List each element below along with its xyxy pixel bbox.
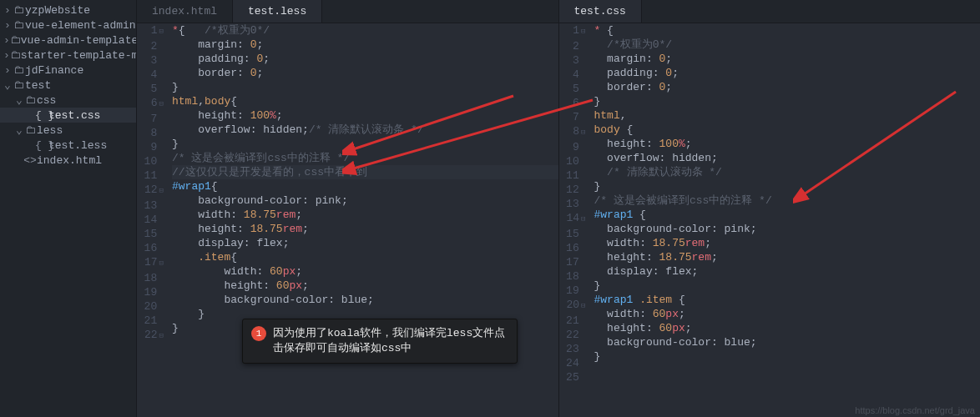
code-line[interactable]: /* 这是会被编译到css中的注释 */ [594, 193, 981, 208]
file-icon: <> [23, 154, 37, 167]
code-line[interactable]: } [594, 179, 981, 193]
code-line[interactable]: } [594, 94, 981, 108]
tree-item[interactable]: ›🗀jdFinance [0, 63, 136, 78]
code-line[interactable]: padding: 0; [594, 66, 981, 80]
tree-item-label: less [37, 124, 63, 137]
code-line[interactable]: margin: 0; [172, 38, 558, 52]
callout-text: 因为使用了koala软件，我们编译完less文件点击保存即可自动编译如css中 [273, 326, 508, 356]
tree-item-label: jdFinance [25, 64, 83, 77]
code-line[interactable]: .item{ [172, 250, 558, 264]
chevron-icon: › [3, 34, 10, 47]
code-line[interactable] [594, 364, 981, 378]
folder-icon: 🗀 [23, 124, 37, 137]
chevron-icon: ⌄ [15, 93, 23, 107]
watermark: https://blog.csdn.net/grd_java [855, 405, 975, 415]
tree-item-label: test.css [48, 109, 100, 122]
tree-item[interactable]: { }test.css [0, 108, 136, 123]
code-line[interactable]: } [594, 349, 981, 364]
code-line[interactable]: height: 100%; [594, 137, 981, 151]
code-line[interactable]: margin: 0; [594, 52, 981, 66]
code-line[interactable]: background-color: blue; [172, 293, 558, 307]
tabbar-right[interactable]: test.css [559, 0, 981, 23]
code-line[interactable]: height: 60px; [594, 321, 981, 335]
code-line[interactable]: height: 60px; [172, 279, 558, 293]
code-line[interactable]: padding: 0; [172, 52, 558, 66]
tab[interactable]: test.css [559, 0, 642, 23]
code-line[interactable]: /* 这是会被编译到css中的注释 */ [172, 151, 558, 165]
tree-item[interactable]: ›🗀vue-element-admin [0, 18, 136, 33]
code-line[interactable]: /*权重为0*/ [594, 38, 981, 52]
folder-icon: 🗀 [12, 79, 25, 92]
tree-item-label: index.html [37, 154, 102, 167]
file-tree[interactable]: ›🗀yzpWebsite›🗀vue-element-admin›🗀vue-adm… [0, 0, 137, 417]
tree-item[interactable]: ⌄🗀css [0, 93, 136, 108]
code-line[interactable]: } [594, 279, 981, 293]
folder-icon: 🗀 [12, 19, 25, 32]
code-line[interactable]: width: 60px; [594, 307, 981, 321]
folder-icon: 🗀 [10, 49, 21, 62]
tree-item[interactable]: ›🗀yzpWebsite [0, 3, 136, 18]
code-line[interactable]: height: 18.75rem; [594, 250, 981, 264]
code-area-right[interactable]: 1⊟2 3 4 5 6 7 8⊟9 10 11 12 13 14⊟15 16 1… [559, 23, 981, 417]
code-line[interactable]: width: 18.75rem; [594, 236, 981, 250]
code-line[interactable]: background-color: pink; [594, 222, 981, 236]
callout-badge: 1 [251, 326, 266, 341]
tab[interactable]: test.less [233, 0, 322, 23]
code-line[interactable]: //这仅仅只是开发是看的，css中看不到 [172, 165, 558, 179]
chevron-icon: ⌄ [3, 78, 12, 92]
code-line[interactable]: width: 18.75rem; [172, 208, 558, 222]
editor-right: test.css 1⊟2 3 4 5 6 7 8⊟9 10 11 12 13 1… [559, 0, 981, 417]
code-line[interactable]: display: flex; [594, 264, 981, 279]
folder-icon: 🗀 [23, 94, 37, 107]
code-line[interactable]: overflow: hidden; [594, 151, 981, 165]
chevron-icon: › [3, 4, 12, 17]
code-line[interactable]: #wrap1 { [594, 208, 981, 222]
file-icon: { } [35, 139, 48, 152]
code-line[interactable]: border: 0; [172, 66, 558, 80]
tree-item[interactable]: ›🗀vue-admin-template [0, 33, 136, 48]
tree-item-label: test [25, 79, 51, 92]
code-line[interactable]: } [172, 80, 558, 94]
tree-item-label: yzpWebsite [25, 4, 90, 17]
code-line[interactable]: #wrap1{ [172, 179, 558, 193]
chevron-icon: ⌄ [15, 123, 23, 137]
tree-item-label: vue-element-admin [25, 19, 136, 32]
tab[interactable]: index.html [137, 0, 233, 23]
code-line[interactable]: *{ /*权重为0*/ [172, 23, 558, 38]
tree-item[interactable]: <>index.html [0, 153, 136, 168]
annotation-callout: 1 因为使用了koala软件，我们编译完less文件点击保存即可自动编译如css… [242, 319, 518, 364]
chevron-icon: › [3, 19, 12, 32]
code-line[interactable]: } [172, 137, 558, 151]
code-line[interactable]: height: 100%; [172, 108, 558, 123]
tabbar-left[interactable]: index.htmltest.less [137, 0, 558, 23]
code-line[interactable]: height: 18.75rem; [172, 222, 558, 236]
code-line[interactable]: background-color: blue; [594, 335, 981, 349]
chevron-icon: › [3, 49, 10, 62]
tree-item[interactable]: ⌄🗀test [0, 78, 136, 93]
tree-item[interactable]: ›🗀starter-template-master [0, 48, 136, 63]
chevron-icon: › [3, 64, 12, 77]
tree-item-label: css [37, 94, 56, 107]
code-line[interactable]: display: flex; [172, 236, 558, 250]
code-line[interactable]: width: 60px; [172, 264, 558, 279]
code-line[interactable]: background-color: pink; [172, 193, 558, 208]
code-line[interactable]: border: 0; [594, 80, 981, 94]
folder-icon: 🗀 [12, 64, 25, 77]
tree-item-label: starter-template-master [21, 49, 137, 62]
code-line[interactable]: * { [594, 23, 981, 38]
folder-icon: 🗀 [10, 34, 21, 47]
folder-icon: 🗀 [12, 4, 25, 17]
code-line[interactable]: body { [594, 123, 981, 137]
code-line[interactable]: html,body{ [172, 94, 558, 108]
tree-item-label: vue-admin-template [21, 34, 137, 47]
tree-item-label: test.less [48, 139, 107, 152]
code-line[interactable]: /* 清除默认滚动条 */ [594, 165, 981, 179]
code-line[interactable]: html, [594, 108, 981, 123]
code-line[interactable]: overflow: hidden;/* 清除默认滚动条 */ [172, 123, 558, 137]
file-icon: { } [35, 109, 48, 122]
tree-item[interactable]: ⌄🗀less [0, 123, 136, 138]
tree-item[interactable]: { }test.less [0, 138, 136, 153]
code-line[interactable]: #wrap1 .item { [594, 293, 981, 307]
